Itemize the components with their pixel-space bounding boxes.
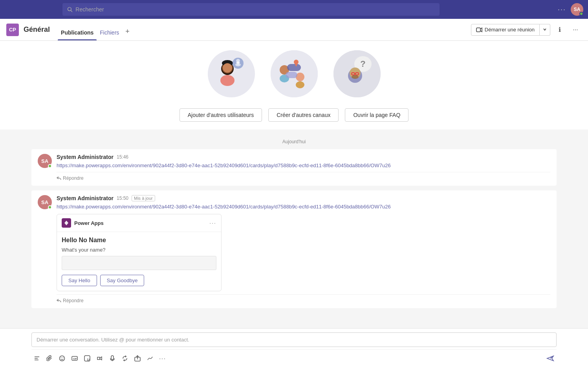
search-icon [67, 7, 73, 12]
gif-button[interactable]: GIF [69, 353, 80, 364]
toolbar-row: GIF [31, 349, 557, 367]
card-question: What's your name? [62, 247, 216, 253]
chat-area: Aujourd'hui SA System Administrator 15:4… [0, 130, 588, 328]
top-bar-right: ··· SA [558, 3, 583, 16]
welcome-buttons: Ajouter d'autres utilisateurs Créer d'au… [180, 108, 409, 122]
channel-icon: CP [6, 24, 19, 36]
card-action-buttons: Say Hello Say Goodbye [62, 275, 216, 286]
message-1-sender: System Administrator [57, 154, 114, 160]
svg-point-36 [61, 358, 62, 358]
svg-point-17 [296, 81, 304, 88]
start-meeting-group: Démarrer une réunion [471, 24, 550, 36]
compose-box[interactable]: Démarrer une conversation. Utilisez @ po… [31, 332, 557, 347]
message-2-header: System Administrator 15:50 Mis à jour [57, 195, 550, 201]
channel-more-button[interactable]: ··· [569, 24, 582, 36]
header-right: Démarrer une réunion ℹ ··· [471, 24, 582, 36]
toolbar-more-button[interactable]: ··· [157, 353, 168, 364]
reply-icon-2 [57, 298, 61, 303]
message-2-online-dot [48, 205, 52, 209]
welcome-section: + [0, 41, 588, 130]
illustration-create-channels [271, 50, 318, 97]
svg-marker-31 [64, 221, 68, 225]
channel-name: Général [24, 26, 50, 34]
start-meeting-button[interactable]: Démarrer une réunion [471, 24, 540, 36]
power-apps-card: Power Apps ··· Hello No Name What's your… [57, 214, 222, 291]
message-1-link[interactable]: https://make.powerapps.com/environment/9… [57, 163, 391, 168]
chevron-down-icon [543, 27, 547, 31]
svg-point-8 [223, 63, 232, 73]
faq-button[interactable]: Ouvrir la page FAQ [345, 108, 408, 122]
message-1-avatar: SA [38, 154, 52, 168]
card-more-button[interactable]: ··· [209, 220, 216, 226]
svg-line-1 [71, 10, 72, 11]
svg-rect-18 [287, 64, 301, 71]
add-users-button[interactable]: Ajouter d'autres utilisateurs [180, 108, 262, 122]
say-goodbye-button[interactable]: Say Goodbye [100, 275, 145, 286]
share-button[interactable] [132, 353, 143, 364]
reply-icon [57, 176, 61, 181]
say-hello-button[interactable]: Say Hello [62, 275, 97, 286]
user-avatar[interactable]: SA [571, 3, 583, 16]
card-name-input[interactable] [62, 256, 216, 270]
format-button[interactable] [31, 353, 42, 364]
message-1-online-dot [48, 164, 52, 168]
svg-point-20 [294, 60, 299, 64]
send-button[interactable] [544, 352, 557, 365]
message-2-badge: Mis à jour [132, 195, 155, 201]
message-2: SA System Administrator 15:50 Mis à jour… [31, 190, 557, 308]
illustration-add-users: + [208, 50, 255, 97]
message-2-body: System Administrator 15:50 Mis à jour ht… [57, 195, 550, 303]
add-tab-button[interactable]: + [122, 19, 133, 40]
svg-text:GIF: GIF [73, 358, 77, 360]
attach-button[interactable] [44, 353, 55, 364]
card-body: Hello No Name What's your name? Say Hell… [57, 232, 221, 291]
search-box[interactable] [62, 3, 440, 16]
bottom-area: Démarrer une conversation. Utilisez @ po… [0, 328, 588, 367]
message-1-time: 15:46 [117, 154, 128, 160]
message-2-sender: System Administrator [57, 195, 114, 201]
illustration-faq: ? [333, 50, 381, 97]
sign-button[interactable] [145, 353, 156, 364]
card-title: Hello No Name [62, 237, 216, 244]
video-icon [476, 27, 482, 33]
svg-point-35 [60, 356, 65, 361]
sticker-button[interactable] [82, 353, 93, 364]
card-header: Power Apps ··· [57, 214, 221, 232]
svg-point-37 [63, 358, 64, 358]
card-header-left: Power Apps [62, 218, 104, 228]
welcome-illustrations: + [208, 50, 381, 97]
card-app-name: Power Apps [74, 220, 104, 226]
tab-fichiers[interactable]: Fichiers [97, 19, 122, 40]
info-button[interactable]: ℹ [553, 24, 566, 36]
online-status-dot [579, 12, 583, 16]
svg-point-12 [235, 63, 241, 66]
message-1-header: System Administrator 15:46 [57, 154, 550, 160]
top-bar: ··· SA [0, 0, 588, 19]
tab-publications[interactable]: Publications [58, 19, 97, 40]
message-1: SA System Administrator 15:46 https://ma… [31, 149, 557, 186]
svg-point-30 [352, 75, 359, 79]
channel-header: CP Général Publications Fichiers + Démar… [0, 19, 588, 41]
send-icon [546, 354, 554, 362]
svg-rect-19 [286, 72, 297, 78]
svg-rect-2 [476, 28, 480, 32]
message-2-avatar: SA [38, 195, 52, 209]
message-1-reply[interactable]: Répondre [57, 172, 550, 181]
message-2-link[interactable]: https://make.powerapps.com/environment/9… [57, 204, 391, 210]
date-divider: Aujourd'hui [31, 139, 557, 144]
topbar-more-button[interactable]: ··· [558, 5, 566, 14]
loop-button[interactable] [119, 353, 130, 364]
message-1-body: System Administrator 15:46 https://make.… [57, 154, 550, 181]
emoji-button[interactable] [57, 353, 68, 364]
audio-button[interactable] [107, 353, 118, 364]
message-2-time: 15:50 [117, 195, 128, 201]
message-2-reply[interactable]: Répondre [57, 294, 550, 303]
start-meeting-dropdown-button[interactable] [540, 24, 550, 36]
meet-now-button[interactable] [94, 353, 105, 364]
search-input[interactable] [75, 6, 434, 13]
main-content: + [0, 41, 588, 328]
powerapps-icon [62, 218, 71, 228]
svg-text:?: ? [360, 59, 365, 69]
create-channels-button[interactable]: Créer d'autres canaux [268, 108, 339, 122]
svg-marker-41 [97, 357, 100, 360]
